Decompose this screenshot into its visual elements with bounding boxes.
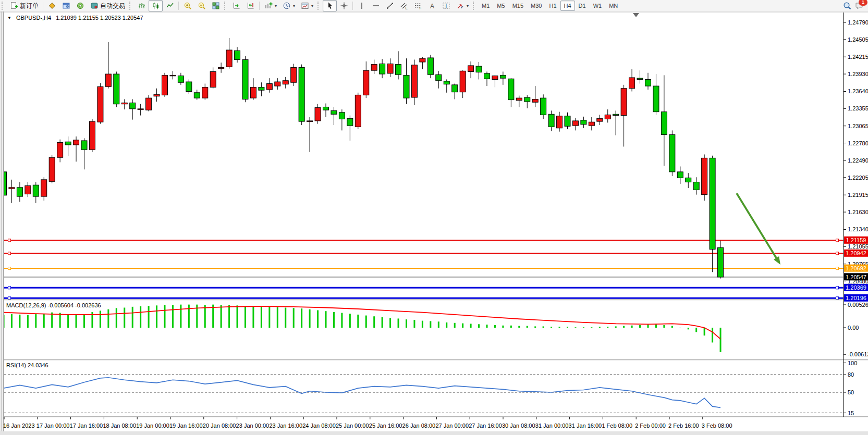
svg-text:1.20942: 1.20942 <box>846 250 866 256</box>
candle <box>114 71 119 107</box>
search-icon[interactable] <box>843 2 852 10</box>
add-indicator-icon <box>264 2 273 10</box>
timeframe-MN[interactable]: MN <box>605 1 621 11</box>
timeframe-M30[interactable]: M30 <box>527 1 545 11</box>
navigator-icon <box>76 2 84 10</box>
chat-button[interactable]: 1 <box>855 2 864 10</box>
tile-windows-icon <box>211 2 220 10</box>
chart-window[interactable]: 1.247901.245051.242151.239301.236401.233… <box>0 11 868 435</box>
text-icon: A <box>427 2 436 10</box>
price-axis-tick: 1.22205 <box>848 175 868 181</box>
new-order-button[interactable]: 新订单 <box>7 0 41 11</box>
zoom-out-button[interactable] <box>194 0 209 11</box>
svg-text:E: E <box>405 6 408 10</box>
zoom-in-button[interactable] <box>180 0 194 11</box>
macd-axis-tick: -0.006121 <box>848 351 868 357</box>
time-axis-label: 25 Jan 00:00 <box>336 422 369 429</box>
market-watch-button[interactable] <box>45 0 59 11</box>
zoom-in-icon <box>183 2 192 10</box>
zoom-out-icon <box>197 2 206 10</box>
line-chart-button[interactable] <box>163 0 177 11</box>
crosshair-button[interactable] <box>337 0 351 11</box>
candlestick-chart-button[interactable] <box>149 0 163 11</box>
timeframe-H1[interactable]: H1 <box>545 1 560 11</box>
auto-scroll-button[interactable] <box>229 0 243 11</box>
timeframe-group: M1M5M15M30H1H4D1W1MN <box>478 1 621 11</box>
time-axis-label: 18 Jan 08:00 <box>103 422 136 429</box>
rsi-indicator-label: RSI(14) 24.0346 <box>6 362 48 368</box>
templates-button[interactable]: ▾ <box>298 0 316 11</box>
text-label-button[interactable]: T <box>439 0 453 11</box>
rsi-axis-tick: 80 <box>848 371 854 378</box>
templates-icon <box>300 2 309 10</box>
rsi-axis-tick: 100 <box>848 360 857 366</box>
navigator-button[interactable] <box>73 0 87 11</box>
fibonacci-button[interactable]: F <box>411 0 425 11</box>
candlestick-chart-icon <box>151 2 160 10</box>
timeframe-M1[interactable]: M1 <box>478 1 493 11</box>
timeframe-M5[interactable]: M5 <box>493 1 508 11</box>
chart-canvas[interactable]: 1.247901.245051.242151.239301.236401.233… <box>0 11 868 435</box>
chart-symbol-label: GBPUSD-,H4 <box>16 15 51 21</box>
price-axis-tick: 1.21340 <box>848 226 868 232</box>
timeframe-W1[interactable]: W1 <box>590 1 606 11</box>
time-axis-label: 16 Jan 2023 <box>3 422 35 429</box>
bar-chart-icon <box>137 2 146 10</box>
add-indicator-button[interactable]: ▾ <box>261 0 279 11</box>
macd-indicator-label: MACD(12,26,9) -0.005604 -0.002636 <box>6 302 101 308</box>
horizontal-line-icon <box>371 2 380 10</box>
crosshair-icon <box>339 2 348 10</box>
auto-trading-label: 自动交易 <box>100 2 125 10</box>
svg-text:1.20196: 1.20196 <box>846 295 866 301</box>
text-label-icon: T <box>442 2 450 10</box>
candle <box>355 93 361 129</box>
horizontal-line-button[interactable] <box>369 0 383 11</box>
auto-trading-button[interactable]: 自动交易 <box>87 0 128 11</box>
data-window-button[interactable] <box>59 0 73 11</box>
price-axis-tick: 1.23930 <box>848 71 868 77</box>
time-axis-label: 20 Jan 08:00 <box>203 422 236 429</box>
text-button[interactable]: A <box>425 0 439 11</box>
svg-text:1.20692: 1.20692 <box>846 265 866 271</box>
toolbar-grip <box>2 2 5 10</box>
svg-text:1.20547: 1.20547 <box>846 274 866 280</box>
price-axis-tick: 1.23355 <box>848 105 868 111</box>
price-axis-tick: 1.21055 <box>848 243 868 250</box>
time-axis-label: 2 Feb 00:00 <box>635 422 666 429</box>
timeframe-H4[interactable]: H4 <box>560 1 575 11</box>
bar-chart-button[interactable] <box>135 0 149 11</box>
cursor-button[interactable] <box>323 0 337 11</box>
macd-axis-tick: 0.00526 <box>848 302 868 308</box>
tile-windows-button[interactable] <box>209 0 223 11</box>
vertical-line-button[interactable] <box>354 0 369 11</box>
price-tag: 1.20369 <box>844 284 868 291</box>
vertical-line-icon <box>357 2 366 10</box>
timeframe-D1[interactable]: D1 <box>575 1 590 11</box>
periods-button[interactable]: ▾ <box>279 0 298 11</box>
new-order-icon <box>9 2 18 10</box>
time-axis-label: 27 Jan 16:00 <box>469 422 502 429</box>
time-axis-label: 26 Jan 08:00 <box>402 422 436 429</box>
candle <box>669 130 675 176</box>
time-axis-label: 1 Feb 08:00 <box>602 422 632 429</box>
candle <box>186 79 192 94</box>
price-axis-tick: 1.24215 <box>848 54 868 60</box>
collapse-icon[interactable]: ▼ <box>7 16 11 20</box>
periods-clock-icon <box>282 2 291 10</box>
svg-text:1.20369: 1.20369 <box>846 284 866 291</box>
rsi-axis-tick: 50 <box>848 389 854 395</box>
timeframe-M15[interactable]: M15 <box>509 1 527 11</box>
time-axis-label: 2 Feb 16:00 <box>668 422 699 429</box>
trendline-button[interactable] <box>383 0 397 11</box>
svg-text:T: T <box>444 3 448 9</box>
candle <box>162 73 168 97</box>
candle <box>89 119 95 152</box>
equidistant-channel-button[interactable]: E <box>397 0 411 11</box>
arrow-objects-button[interactable]: ▾ <box>453 0 471 11</box>
price-tag: 1.20692 <box>844 265 868 272</box>
price-axis-tick: 1.21630 <box>848 209 868 215</box>
price-axis-tick: 1.22490 <box>848 157 868 164</box>
price-axis-tick: 1.22780 <box>848 140 868 146</box>
time-axis-label: 3 Feb 08:00 <box>702 422 732 429</box>
chart-shift-button[interactable] <box>243 0 258 11</box>
